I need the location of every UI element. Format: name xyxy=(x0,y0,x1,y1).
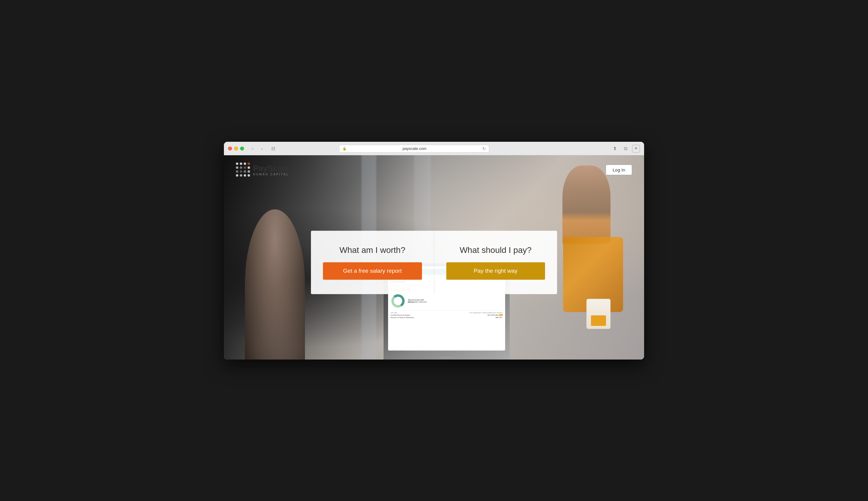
laptop-table: Job Title # of employees Total $ Differe… xyxy=(391,310,503,318)
row2-diff: $88,764 xyxy=(495,317,502,318)
row1-diff: $226,893 xyxy=(491,314,498,316)
browser-actions: ⬆ ⧉ + xyxy=(611,145,640,152)
dot-3-3 xyxy=(244,170,246,173)
login-button[interactable]: Log In xyxy=(606,164,632,175)
dot-1-3 xyxy=(244,162,246,165)
maximize-button[interactable] xyxy=(240,147,244,150)
refresh-button[interactable]: ↻ xyxy=(482,146,486,151)
logo-dots xyxy=(236,162,251,177)
url-text: payscale.com xyxy=(349,146,481,151)
person-left-silhouette xyxy=(245,209,305,360)
cta-panel-left: What am I worth? Get a free salary repor… xyxy=(311,231,434,294)
cta-button-pay-right[interactable]: Pay the right way xyxy=(446,262,545,280)
col-total: Total $ Difference xyxy=(482,312,496,313)
dot-2-1 xyxy=(236,167,238,169)
cta-button-salary-report[interactable]: Get a free salary report xyxy=(323,262,422,280)
logo-tagline: Human Capital xyxy=(253,173,289,176)
row1-velocity: avg xyxy=(499,314,503,316)
new-tab-button[interactable]: + xyxy=(632,145,640,152)
col-job-title: Job Title xyxy=(391,312,469,313)
add-bookmark-button[interactable]: ⧉ xyxy=(621,146,630,152)
row1-title: Certified Nurse Assistant xyxy=(391,314,487,316)
logo-area: PayScale Human Capital xyxy=(236,162,289,177)
donut-chart-svg xyxy=(391,294,406,308)
forward-button[interactable]: › xyxy=(258,146,266,152)
laptop-brand: MacBook Pro xyxy=(440,356,453,358)
cta-question-left: What am I worth? xyxy=(339,245,405,255)
lock-icon: 🔒 xyxy=(342,147,347,150)
sidebar-button[interactable]: ⊟ xyxy=(269,146,277,151)
dot-4-4 xyxy=(248,174,250,177)
cta-question-right: What should I pay? xyxy=(460,245,531,255)
share-button[interactable]: ⬆ xyxy=(611,146,619,152)
cta-container: What am I worth? Get a free salary repor… xyxy=(311,231,557,294)
nav-buttons: ‹ › xyxy=(248,146,266,152)
close-button[interactable] xyxy=(228,147,232,150)
back-button[interactable]: ‹ xyxy=(248,146,256,152)
col-velocity: Velocity xyxy=(496,312,503,313)
row2-title: Director of Sales & Marketing xyxy=(391,317,494,318)
browser-chrome: ‹ › ⊟ 🔒 payscale.com ↻ ⬆ ⧉ + xyxy=(224,142,644,155)
dot-3-4 xyxy=(248,170,250,173)
logo-text: PayScale Human Capital xyxy=(253,164,289,176)
traffic-lights xyxy=(228,147,244,150)
site-header: PayScale Human Capital Log In xyxy=(224,155,644,184)
dot-2-2 xyxy=(240,167,242,169)
browser-window: ‹ › ⊟ 🔒 payscale.com ↻ ⬆ ⧉ + ⠿ PayScale xyxy=(224,142,644,360)
dot-4-2 xyxy=(240,174,242,177)
laptop-data-labels: You $16,881,669 Market $17,534,047 xyxy=(408,299,427,303)
dot-1-1 xyxy=(236,162,238,165)
col-employees: # of employees xyxy=(469,312,481,313)
address-bar[interactable]: 🔒 payscale.com ↻ xyxy=(339,145,489,152)
dot-2-4 xyxy=(248,167,250,169)
dot-4-1 xyxy=(236,174,238,177)
cta-panel-right: What should I pay? Pay the right way xyxy=(434,231,557,294)
dot-3-2 xyxy=(240,170,242,173)
logo-brand: PayScale xyxy=(253,164,289,173)
dot-2-3 xyxy=(244,167,246,169)
dot-4-3 xyxy=(244,174,246,177)
dot-1-2 xyxy=(240,162,242,165)
laptop-chart-area: You $16,881,669 Market $17,534,047 xyxy=(391,294,503,308)
coffee-cup xyxy=(586,299,611,329)
dot-3-1 xyxy=(236,170,238,173)
minimize-button[interactable] xyxy=(234,147,238,150)
dot-1-4 xyxy=(248,162,250,165)
page-content: ⠿ PayScale Insight Live Scenario Market … xyxy=(224,155,644,360)
row1-emp: 305 xyxy=(487,314,491,316)
